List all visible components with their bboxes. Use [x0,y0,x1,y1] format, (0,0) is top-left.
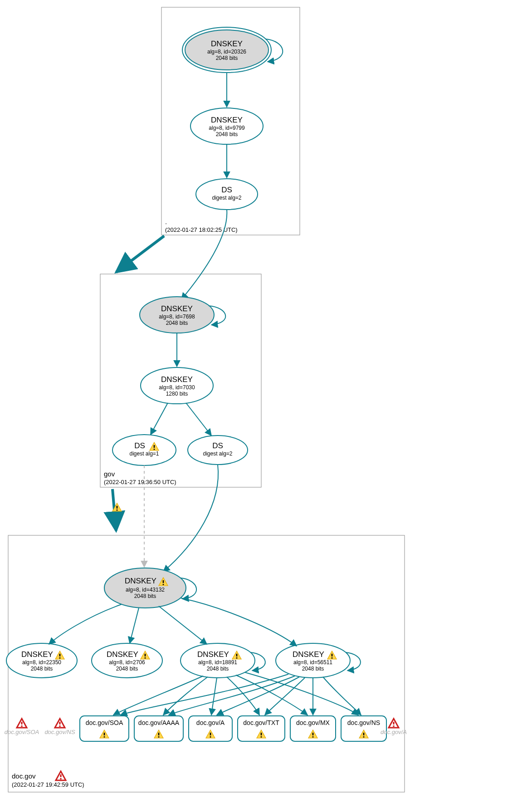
node-doc-ksk[interactable]: DNSKEY alg=8, id=43132 2048 bits [104,568,186,608]
svg-text:alg=8, id=20326: alg=8, id=20326 [207,49,246,55]
node-root-ksk[interactable]: DNSKEY alg=8, id=20326 2048 bits [182,27,271,73]
svg-text:2048 bits: 2048 bits [302,666,324,672]
edge-ksk-k4 [181,598,297,646]
svg-text:doc.gov/SOA: doc.gov/SOA [86,719,123,726]
zone-ts-root: (2022-01-27 18:02:25 UTC) [165,226,238,233]
svg-text:DNSKEY: DNSKEY [211,39,243,48]
edge-ksk-k1 [49,604,122,644]
svg-text:DNSKEY: DNSKEY [107,650,138,659]
record-mx[interactable]: doc.gov/MX [290,716,336,741]
edge-k4-r6 [323,677,361,715]
node-doc-k1[interactable]: DNSKEY alg=8, id=22350 2048 bits [6,643,77,678]
node-gov-ds2[interactable]: DS digest alg=2 [188,436,248,465]
svg-text:doc.gov/A: doc.gov/A [196,719,225,726]
edge-ksk-k3 [159,606,207,644]
node-gov-zsk[interactable]: DNSKEY alg=8, id=7030 1280 bits [141,367,213,404]
error-icon [56,771,66,780]
svg-text:alg=8, id=43132: alg=8, id=43132 [126,587,165,593]
svg-text:alg=8, id=56511: alg=8, id=56511 [293,659,332,666]
svg-point-13 [196,179,258,210]
node-gov-ds1[interactable]: DS digest alg=1 [112,435,176,465]
svg-text:DNSKEY: DNSKEY [125,577,156,585]
edge-k3-r4 [227,677,259,715]
edge-rootds-govksk [181,210,227,299]
svg-text:alg=8, id=9799: alg=8, id=9799 [209,125,245,131]
error-icon [389,719,399,728]
edge-k3-r3 [211,678,217,715]
svg-text:DS: DS [221,186,232,194]
dnssec-graph: . (2022-01-27 18:02:25 UTC) DNSKEY alg=8… [0,0,532,803]
svg-text:DS: DS [212,441,223,450]
svg-text:digest alg=1: digest alg=1 [129,450,159,457]
svg-text:DNSKEY: DNSKEY [21,650,53,659]
edge-gov-zsk-ds2 [186,403,211,436]
node-root-zsk[interactable]: DNSKEY alg=8, id=9799 2048 bits [190,108,263,144]
svg-text:alg=8, id=7030: alg=8, id=7030 [159,384,195,391]
node-doc-k2[interactable]: DNSKEY alg=8, id=2706 2048 bits [92,643,162,678]
svg-text:doc.gov/MX: doc.gov/MX [296,719,330,726]
node-doc-k3[interactable]: DNSKEY alg=8, id=18891 2048 bits [181,643,255,678]
record-a[interactable]: doc.gov/A [189,716,232,741]
error-icon [17,719,27,728]
svg-text:alg=8, id=7698: alg=8, id=7698 [159,313,195,320]
svg-text:2048 bits: 2048 bits [216,55,238,61]
svg-text:alg=8, id=18891: alg=8, id=18891 [198,659,237,666]
node-doc-k4[interactable]: DNSKEY alg=8, id=56511 2048 bits [276,643,350,678]
svg-text:digest alg=2: digest alg=2 [212,195,241,201]
svg-text:doc.gov/TXT: doc.gov/TXT [243,719,279,726]
svg-text:2048 bits: 2048 bits [134,593,156,599]
svg-point-27 [188,436,248,465]
record-txt[interactable]: doc.gov/TXT [238,716,285,741]
edge-k3-r6 [245,672,358,715]
svg-text:DNSKEY: DNSKEY [197,650,229,659]
node-gov-ksk[interactable]: DNSKEY alg=8, id=7698 2048 bits [140,297,214,333]
svg-text:alg=8, id=22350: alg=8, id=22350 [22,659,61,666]
svg-text:1280 bits: 1280 bits [166,391,188,397]
svg-text:2048 bits: 2048 bits [31,666,53,672]
zone-label-gov: gov [104,470,115,478]
svg-text:DNSKEY: DNSKEY [161,304,193,313]
error-icon [55,719,65,728]
zone-label-docgov: doc.gov [12,772,36,780]
svg-text:2048 bits: 2048 bits [116,666,138,672]
zone-ts-docgov: (2022-01-27 19:42:59 UTC) [12,781,84,788]
record-soa[interactable]: doc.gov/SOA [80,716,129,741]
ghost-a: doc.gov/A [381,729,407,735]
svg-point-24 [112,435,176,465]
svg-text:2048 bits: 2048 bits [207,666,229,672]
edge-ksk-k2 [130,608,139,643]
edge-root-to-gov-box [116,236,164,272]
svg-text:doc.gov/AAAA: doc.gov/AAAA [138,719,180,726]
edge-gov-zsk-ds1 [151,403,168,435]
svg-text:DNSKEY: DNSKEY [161,375,193,384]
svg-text:alg=8, id=2706: alg=8, id=2706 [109,659,145,666]
svg-text:DNSKEY: DNSKEY [293,650,324,659]
svg-text:digest alg=2: digest alg=2 [203,450,232,457]
node-root-ds[interactable]: DS digest alg=2 [196,179,258,210]
ghost-ns: doc.gov/NS [44,729,75,735]
edge-k3-r1 [113,676,203,715]
ghost-soa: doc.gov/SOA [5,729,39,735]
svg-text:2048 bits: 2048 bits [166,320,188,326]
svg-text:doc.gov/NS: doc.gov/NS [347,719,380,726]
record-aaaa[interactable]: doc.gov/AAAA [134,716,183,741]
svg-text:2048 bits: 2048 bits [216,131,238,137]
record-ns[interactable]: doc.gov/NS [341,716,386,741]
zone-ts-gov: (2022-01-27 19:36:50 UTC) [104,479,176,485]
svg-text:DS: DS [134,441,145,450]
zone-label-root: . [165,218,167,225]
svg-text:DNSKEY: DNSKEY [211,116,243,124]
